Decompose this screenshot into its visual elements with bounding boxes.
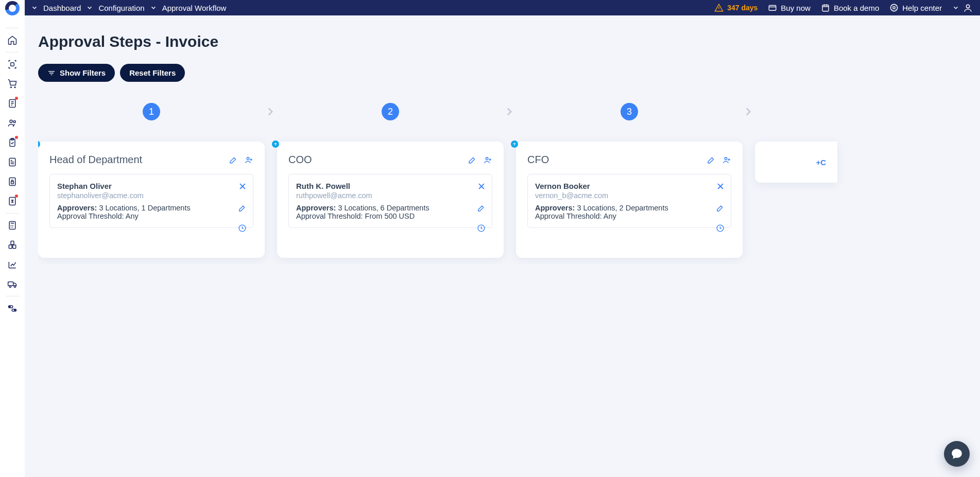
svg-point-30 [486, 157, 488, 160]
add-step-before-button[interactable]: + [511, 140, 518, 148]
nav-cart[interactable] [2, 74, 23, 94]
step-next-partial: +C [755, 102, 837, 258]
add-step-before-button[interactable]: + [272, 140, 279, 148]
help-center-link[interactable]: Help center [889, 3, 942, 12]
user-menu[interactable] [952, 3, 973, 13]
filter-icon [47, 69, 56, 77]
partial-card: +C [755, 142, 837, 183]
time-icon[interactable] [238, 224, 247, 233]
help-icon [889, 3, 899, 12]
sidebar [0, 0, 25, 477]
breadcrumb-label: Configuration [98, 4, 144, 12]
edit-approver-icon[interactable] [238, 204, 247, 213]
svg-point-17 [9, 286, 11, 287]
document-scan-icon [7, 59, 18, 69]
approver-locations: Approvers: 3 Locations, 1 Departments [57, 204, 246, 212]
add-approver-icon[interactable] [483, 155, 492, 165]
cart-icon [7, 79, 18, 89]
approver-email: vernon_b@acme.com [535, 191, 724, 200]
users-icon [7, 118, 18, 128]
notification-dot [15, 97, 18, 100]
breadcrumb-configuration[interactable]: Configuration [86, 4, 144, 12]
nav-shipping[interactable] [2, 274, 23, 294]
nav-document[interactable] [2, 55, 23, 74]
reset-filters-button[interactable]: Reset Filters [120, 64, 185, 82]
calendar-icon [821, 3, 830, 12]
finance-icon [7, 196, 18, 206]
nav-lock[interactable] [2, 172, 23, 191]
toggles-icon [7, 303, 18, 313]
breadcrumb-dashboard[interactable]: Dashboard [31, 4, 81, 12]
svg-point-26 [893, 7, 896, 9]
chat-icon [950, 447, 964, 461]
clipboard-check-icon [7, 137, 18, 148]
approver-box: Ruth K. Powell ruthpowell@acme.com Appro… [288, 174, 492, 228]
steps-container[interactable]: + 1 Head of Department Stephan Oliver [38, 102, 967, 264]
nav-inventory[interactable] [2, 235, 23, 255]
chevron-down-icon [150, 4, 157, 11]
svg-point-21 [9, 306, 11, 308]
edit-step-icon[interactable] [707, 155, 716, 165]
edit-step-icon[interactable] [229, 155, 238, 165]
svg-rect-23 [769, 6, 777, 11]
user-icon [963, 3, 973, 13]
step-title: COO [288, 154, 312, 166]
time-icon[interactable] [716, 224, 725, 233]
notification-dot [15, 195, 18, 198]
svg-rect-14 [13, 245, 16, 249]
boxes-icon [7, 240, 18, 250]
home-icon [7, 35, 18, 45]
edit-approver-icon[interactable] [716, 204, 725, 213]
svg-point-28 [247, 157, 249, 160]
add-approver-icon[interactable] [244, 155, 253, 165]
chevron-right-icon [503, 105, 516, 118]
nav-receipts[interactable] [2, 94, 23, 113]
credit-card-icon [768, 3, 777, 12]
approver-email: stephanoliver@acme.com [57, 191, 246, 200]
main: Approval Steps - Invoice Show Filters Re… [25, 15, 980, 477]
remove-approver-button[interactable]: ✕ [716, 181, 725, 192]
book-demo-link[interactable]: Book a demo [821, 3, 879, 12]
truck-icon [7, 279, 18, 289]
nav-clipboard[interactable] [2, 133, 23, 152]
approver-name: Ruth K. Powell [296, 182, 485, 190]
nav-reports[interactable] [2, 255, 23, 274]
chat-button[interactable] [944, 441, 970, 467]
svg-rect-24 [822, 5, 829, 11]
chevron-down-icon [31, 4, 38, 11]
edit-step-icon[interactable] [468, 155, 477, 165]
svg-point-4 [10, 120, 12, 122]
lock-file-icon [7, 176, 18, 187]
nav-calculator[interactable] [2, 216, 23, 235]
chevron-right-icon [742, 105, 755, 118]
nav-settings[interactable] [2, 298, 23, 318]
breadcrumb: Dashboard Configuration Approval Workflo… [31, 4, 226, 12]
add-approver-icon[interactable] [722, 155, 731, 165]
step-title: Head of Department [49, 154, 142, 166]
show-filters-button[interactable]: Show Filters [38, 64, 115, 82]
svg-point-2 [14, 87, 15, 88]
nav-invoice[interactable] [2, 152, 23, 172]
add-condition-link[interactable]: +C [816, 158, 826, 167]
svg-point-22 [14, 310, 16, 311]
svg-point-1 [11, 87, 12, 88]
remove-approver-button[interactable]: ✕ [238, 181, 247, 192]
nav-users[interactable] [2, 113, 23, 133]
step-card: CFO Vernon Booker vernon_b@acme.com Appr… [516, 142, 743, 258]
chevron-down-icon [86, 4, 93, 11]
buy-now-link[interactable]: Buy now [768, 3, 811, 12]
trial-days: 347 days [714, 3, 758, 12]
step-title: CFO [527, 154, 549, 166]
breadcrumb-approval-workflow[interactable]: Approval Workflow [150, 4, 227, 12]
invoice-icon [7, 157, 18, 167]
remove-approver-button[interactable]: ✕ [477, 181, 486, 192]
nav-home[interactable] [2, 30, 23, 50]
topbar: Dashboard Configuration Approval Workflo… [0, 0, 980, 15]
approver-name: Vernon Booker [535, 182, 724, 190]
warning-icon [714, 3, 724, 12]
nav-finance[interactable] [2, 191, 23, 211]
edit-approver-icon[interactable] [477, 204, 486, 213]
step-1: + 1 Head of Department Stephan Oliver [38, 102, 265, 258]
svg-rect-15 [11, 241, 14, 245]
time-icon[interactable] [477, 224, 486, 233]
